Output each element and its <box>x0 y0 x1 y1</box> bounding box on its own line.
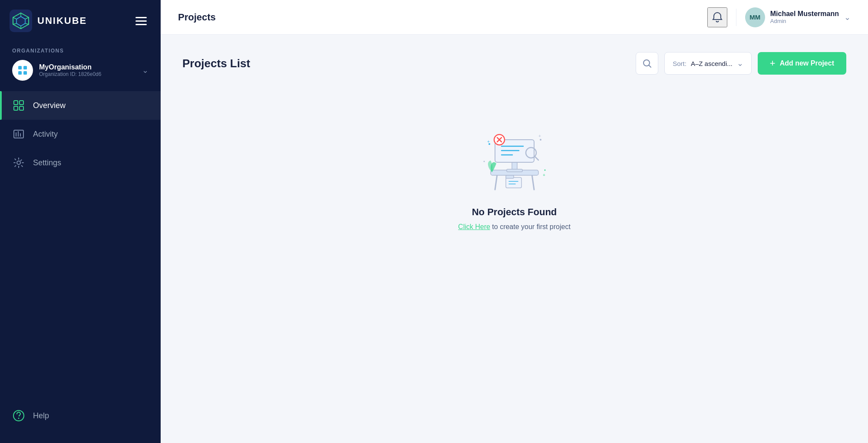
svg-rect-41 <box>506 175 514 178</box>
content-area: Projects List Sort: A–Z ascendi... ⌄ + A… <box>161 35 868 443</box>
svg-point-21 <box>17 161 20 164</box>
svg-line-39 <box>535 157 538 160</box>
content-actions: Sort: A–Z ascendi... ⌄ + Add new Project <box>636 52 846 75</box>
page-title: Projects <box>178 12 216 23</box>
org-icon <box>17 64 29 76</box>
svg-rect-10 <box>23 66 27 69</box>
sidebar-header: UNIKUBE <box>0 0 161 42</box>
org-chevron-icon: ⌄ <box>142 66 149 75</box>
svg-text:+: + <box>487 139 490 144</box>
sidebar-item-help[interactable]: Help <box>12 401 149 430</box>
sort-value: A–Z ascendi... <box>691 60 733 67</box>
svg-rect-40 <box>506 177 521 188</box>
svg-rect-30 <box>507 169 522 172</box>
sidebar-nav: Overview Activity Settings <box>0 91 161 393</box>
topbar-right: MM Michael Mustermann Admin ⌄ <box>707 7 851 27</box>
svg-rect-14 <box>20 101 23 105</box>
svg-point-45 <box>540 139 541 141</box>
activity-icon <box>12 128 25 141</box>
svg-rect-13 <box>14 101 18 105</box>
sidebar-item-overview[interactable]: Overview <box>0 91 161 120</box>
user-chevron-icon: ⌄ <box>844 13 851 22</box>
user-role: Admin <box>770 18 839 24</box>
org-name: MyOrganisation <box>39 63 136 71</box>
sidebar: UNIKUBE ORGANIZATIONS MyOrganisation Org… <box>0 0 161 443</box>
svg-line-25 <box>649 66 651 68</box>
svg-rect-16 <box>20 106 23 110</box>
create-project-link[interactable]: Click Here <box>458 223 490 230</box>
org-selector[interactable]: MyOrganisation Organization ID: 1826e0d6… <box>12 60 149 81</box>
org-id: Organization ID: 1826e0d6 <box>39 71 136 77</box>
sidebar-item-activity-label: Activity <box>33 130 58 139</box>
sidebar-item-activity[interactable]: Activity <box>0 120 161 148</box>
hamburger-button[interactable] <box>134 15 149 27</box>
sidebar-item-overview-label: Overview <box>33 101 66 110</box>
topbar: Projects MM Michael Mustermann Admin ⌄ <box>161 0 868 35</box>
svg-rect-12 <box>23 71 27 75</box>
main: Projects MM Michael Mustermann Admin ⌄ P <box>161 0 868 443</box>
app-name: UNIKUBE <box>37 15 87 26</box>
svg-rect-15 <box>14 106 18 110</box>
org-info: MyOrganisation Organization ID: 1826e0d6 <box>39 63 136 77</box>
empty-sub-text: to create your first project <box>490 223 571 230</box>
help-icon <box>12 409 25 422</box>
sidebar-item-settings[interactable]: Settings <box>0 148 161 177</box>
notifications-button[interactable] <box>707 7 727 27</box>
org-avatar <box>12 60 33 81</box>
empty-title: No Projects Found <box>472 207 557 218</box>
svg-rect-9 <box>18 66 22 69</box>
svg-line-26 <box>495 174 497 190</box>
sort-dropdown[interactable]: Sort: A–Z ascendi... ⌄ <box>664 52 752 75</box>
logo-area: UNIKUBE <box>10 10 87 32</box>
svg-point-46 <box>544 170 545 171</box>
empty-state: + + + No Projects Found Click Here to cr… <box>182 92 846 231</box>
add-project-label: Add new Project <box>780 59 834 67</box>
sort-label: Sort: <box>673 60 686 67</box>
search-button[interactable] <box>636 52 658 75</box>
sidebar-item-help-label: Help <box>33 411 49 420</box>
organizations-label: ORGANIZATIONS <box>12 48 149 54</box>
svg-rect-11 <box>18 71 22 75</box>
add-project-button[interactable]: + Add new Project <box>758 52 846 75</box>
sidebar-bottom: Help <box>0 393 161 443</box>
sidebar-item-settings-label: Settings <box>33 158 61 167</box>
empty-illustration: + + + <box>471 118 558 196</box>
user-info: Michael Mustermann Admin <box>770 10 839 24</box>
overview-icon <box>12 99 25 112</box>
user-name: Michael Mustermann <box>770 10 839 18</box>
empty-subtitle: Click Here to create your first project <box>458 223 571 231</box>
content-header: Projects List Sort: A–Z ascendi... ⌄ + A… <box>182 52 846 75</box>
unikube-logo-icon <box>10 10 32 32</box>
svg-point-23 <box>18 418 20 419</box>
add-icon: + <box>770 59 776 68</box>
settings-icon <box>12 156 25 169</box>
svg-point-47 <box>483 161 485 162</box>
topbar-divider <box>736 9 736 26</box>
projects-list-title: Projects List <box>182 57 250 70</box>
svg-line-27 <box>532 174 534 190</box>
user-avatar: MM <box>745 7 765 27</box>
user-menu[interactable]: MM Michael Mustermann Admin ⌄ <box>745 7 851 27</box>
svg-text:+: + <box>538 134 541 138</box>
svg-text:+: + <box>543 173 545 177</box>
org-section: ORGANIZATIONS MyOrganisation Organizatio… <box>0 42 161 83</box>
sort-chevron-icon: ⌄ <box>737 59 743 68</box>
